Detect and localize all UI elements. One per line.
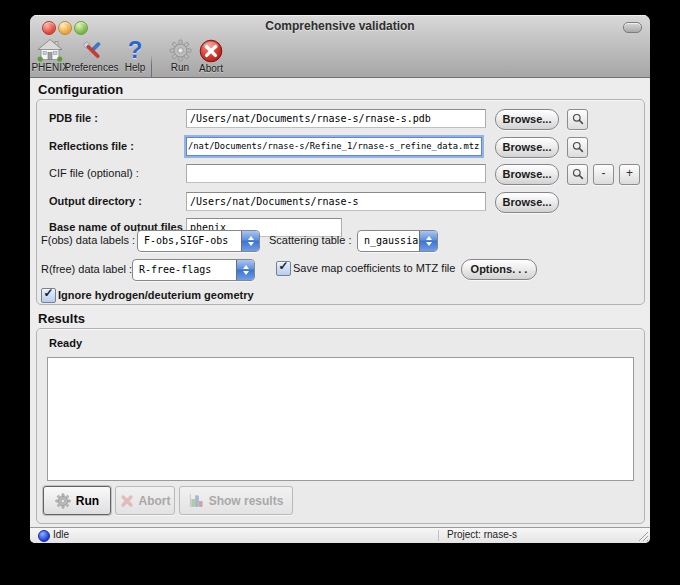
abort-button[interactable]: Abort [115,486,175,515]
reflections-search-button[interactable] [567,137,588,158]
ignore-hydrogen-label: Ignore hydrogen/deuterium geometry [58,287,254,304]
house-icon [37,38,63,63]
results-output[interactable] [47,357,634,481]
toolbar-help-label: Help [120,62,150,73]
gear-icon [55,493,71,509]
titlebar[interactable]: Comprehensive validation [30,15,650,37]
output-directory-label: Output directory : [49,192,142,211]
statusbar: Idle Project: rnase-s [30,527,650,543]
output-directory-input[interactable]: /Users/nat/Documents/rnase-s [186,192,486,211]
crossed-tools-icon [79,38,105,63]
desktop: Comprehensive validation PHENIX Preferen… [0,0,680,585]
show-results-button-label: Show results [209,494,284,508]
options-button[interactable]: Options. . . [461,259,537,280]
toolbar-abort-label: Abort [190,63,232,74]
save-map-label: Save map coefficients to MTZ file [293,260,455,277]
status-text: Idle [53,529,69,540]
show-results-button[interactable]: Show results [179,486,293,515]
toolbar: PHENIX Preferences ? Help Run Abort [30,37,650,77]
red-x-icon [120,494,134,508]
fobs-label: F(obs) data labels : [41,231,135,250]
statusbar-divider [438,530,439,541]
fobs-popup[interactable]: F-obs,SIGF-obs [137,230,260,252]
checkmark-icon: ✓ [42,287,55,299]
rfree-popup[interactable]: R-free-flags [132,259,255,281]
magnifier-icon [572,168,584,180]
cif-search-button[interactable] [567,164,588,185]
window-chrome: Comprehensive validation PHENIX Preferen… [30,15,650,78]
stepper-arrows-icon [236,260,254,280]
gear-icon [169,38,192,63]
results-header: Results [38,311,85,326]
run-button[interactable]: Run [43,486,111,515]
results-status-text: Ready [49,337,82,349]
magnifier-icon [572,141,584,153]
checkmark-icon: ✓ [277,260,290,272]
pdb-file-input[interactable]: /Users/nat/Documents/rnase-s/rnase-s.pdb [186,109,486,128]
results-panel: Ready Run Abort Show results [36,328,645,524]
magnifier-icon [572,113,584,125]
fobs-popup-value: F-obs,SIGF-obs [138,231,241,251]
scattering-label: Scattering table : [269,231,352,250]
run-button-label: Run [76,494,99,508]
toolbar-preferences-button[interactable]: Preferences [63,37,120,75]
ignore-hydrogen-checkbox[interactable]: ✓ [41,288,56,303]
configuration-panel: PDB file : /Users/nat/Documents/rnase-s/… [36,99,645,305]
status-indicator-icon [38,530,50,542]
main-content: Configuration PDB file : /Users/nat/Docu… [30,78,650,528]
toolbar-abort-button[interactable]: Abort [190,37,232,75]
pdb-search-button[interactable] [567,109,588,130]
output-browse-button[interactable]: Browse... [495,192,559,213]
stepper-arrows-icon [419,231,437,251]
toolbar-help-button[interactable]: ? Help [120,37,150,75]
pdb-browse-button[interactable]: Browse... [495,109,559,130]
rfree-label: R(free) data label : [41,260,132,279]
resize-grip[interactable] [637,530,649,542]
cif-browse-button[interactable]: Browse... [495,164,559,185]
cif-file-input[interactable] [186,164,486,183]
toolbar-preferences-label: Preferences [63,62,120,73]
cif-remove-button[interactable]: - [593,164,614,185]
question-mark-icon: ? [122,38,148,63]
reflections-file-input[interactable]: /nat/Documents/rnase-s/Refine_1/rnase-s_… [186,137,482,156]
rfree-popup-value: R-free-flags [133,260,236,280]
scattering-popup-value: n_gaussian [358,231,419,251]
reflections-file-label: Reflections file : [49,137,134,156]
cif-file-label: CIF file (optional) : [49,164,139,183]
save-map-checkbox[interactable]: ✓ [276,261,291,276]
window-title: Comprehensive validation [30,19,650,33]
toolbar-toggle-button[interactable] [623,22,642,33]
project-label: Project: rnase-s [447,529,517,540]
cif-add-button[interactable]: + [619,164,640,185]
pdb-file-label: PDB file : [49,109,98,128]
red-x-icon [199,38,223,64]
app-window: Comprehensive validation PHENIX Preferen… [30,15,650,543]
abort-button-label: Abort [139,494,171,508]
bar-chart-icon [189,493,204,508]
configuration-header: Configuration [38,82,123,97]
stepper-arrows-icon [241,231,259,251]
scattering-popup[interactable]: n_gaussian [357,230,438,252]
reflections-browse-button[interactable]: Browse... [495,137,559,158]
